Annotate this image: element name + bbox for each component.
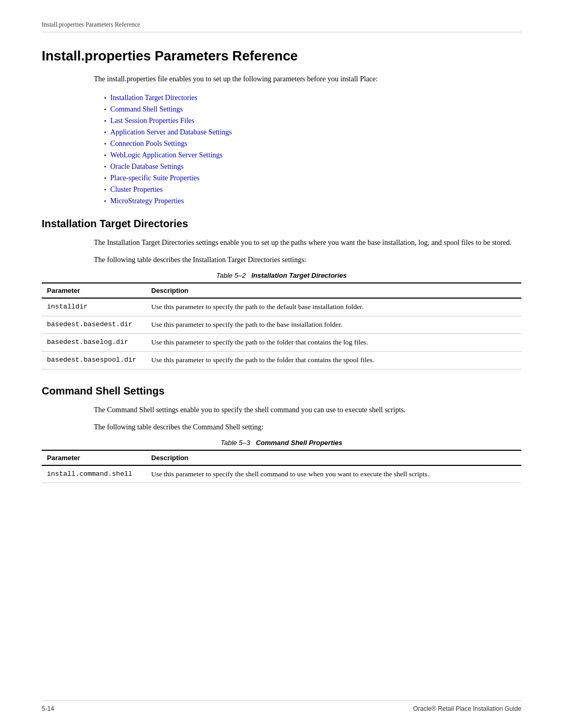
table1-row-1-param: basedest.basedest.dir (42, 316, 146, 334)
bullet-item-3: Application Server and Database Settings (104, 128, 521, 137)
section1-para2: The following table describes the Instal… (94, 254, 521, 265)
table2-row-0-desc: Use this parameter to specify the shell … (146, 465, 521, 483)
bullet-link-4[interactable]: Connection Pools Settings (111, 140, 188, 148)
bullet-item-9: MicroStrategy Properties (104, 197, 521, 205)
bullet-item-8: Cluster Properties (104, 186, 521, 194)
section2-para2: The following table describes the Comman… (94, 422, 521, 433)
bullet-link-2[interactable]: Last Session Properties Files (111, 117, 194, 125)
section1-heading: Installation Target Directories (42, 218, 521, 230)
bullet-item-7: Place-specific Suite Properties (104, 174, 521, 182)
table2-caption-title: Command Shell Properties (256, 439, 342, 447)
bullet-link-0[interactable]: Installation Target Directories (111, 94, 198, 102)
table2-col-description: Description (146, 450, 521, 465)
bullet-link-1[interactable]: Command Shell Settings (111, 105, 183, 114)
table1-header: Parameter Description (42, 283, 521, 298)
bullet-item-5: WebLogic Application Server Settings (104, 151, 521, 159)
intro-paragraph: The install.properties file enables you … (94, 73, 521, 84)
footer-book-title: Oracle® Retail Place Installation Guide (413, 705, 521, 712)
table2-row-0-param: install.command.shell (42, 465, 146, 483)
bullet-link-9[interactable]: MicroStrategy Properties (111, 197, 184, 205)
table1-caption-title: Installation Target Directories (251, 272, 347, 279)
bullet-item-4: Connection Pools Settings (104, 140, 521, 148)
table2: Parameter Description install.command.sh… (42, 450, 521, 484)
bullet-link-7[interactable]: Place-specific Suite Properties (111, 174, 200, 182)
bullet-link-8[interactable]: Cluster Properties (111, 186, 163, 194)
table1-row-2-param: basedest.baselog.dir (42, 334, 146, 351)
bullet-link-6[interactable]: Oracle Database Settings (111, 163, 184, 171)
table1-row-3-param: basedest.basespool.dir (42, 351, 146, 369)
table2-row-0: install.command.shellUse this parameter … (42, 465, 521, 483)
footer-page-number: 5-14 (42, 705, 54, 712)
table1-row-0-desc: Use this parameter to specify the path t… (146, 298, 521, 316)
table2-header: Parameter Description (42, 450, 521, 465)
breadcrumb: Install.properties Parameters Reference (42, 21, 521, 32)
table1-row-2: basedest.baselog.dirUse this parameter t… (42, 334, 521, 351)
table1-wrapper: Table 5–2 Installation Target Directorie… (42, 272, 521, 369)
table2-wrapper: Table 5–3 Command Shell Properties Param… (42, 439, 521, 484)
table1-caption-label: Table 5–2 (216, 272, 246, 279)
bullet-item-0: Installation Target Directories (104, 94, 521, 102)
table1-col-parameter: Parameter (42, 283, 146, 298)
table1-row-0: installdirUse this parameter to specify … (42, 298, 521, 316)
bullet-link-3[interactable]: Application Server and Database Settings (111, 128, 232, 137)
table1-col-description: Description (146, 283, 521, 298)
table1-row-3: basedest.basespool.dirUse this parameter… (42, 351, 521, 369)
table2-caption-label: Table 5–3 (221, 439, 250, 447)
table2-body: install.command.shellUse this parameter … (42, 465, 521, 483)
table1-caption: Table 5–2 Installation Target Directorie… (42, 272, 521, 279)
table1-row-3-desc: Use this parameter to specify the path t… (146, 351, 521, 369)
page-title: Install.properties Parameters Reference (42, 48, 521, 64)
table1-row-2-desc: Use this parameter to specify the path t… (146, 334, 521, 351)
table2-col-parameter: Parameter (42, 450, 146, 465)
section2-heading: Command Shell Settings (42, 385, 521, 397)
table1-row-1-desc: Use this parameter to specify the path t… (146, 316, 521, 334)
bullet-item-1: Command Shell Settings (104, 105, 521, 114)
page-footer: 5-14 Oracle® Retail Place Installation G… (42, 700, 521, 712)
bullet-link-list: Installation Target DirectoriesCommand S… (104, 94, 521, 205)
bullet-link-5[interactable]: WebLogic Application Server Settings (111, 151, 223, 159)
bullet-item-2: Last Session Properties Files (104, 117, 521, 125)
table1-row-1: basedest.basedest.dirUse this parameter … (42, 316, 521, 334)
table1: Parameter Description installdirUse this… (42, 282, 521, 369)
section2-para1: The Command Shell settings enable you to… (94, 404, 521, 415)
table2-caption: Table 5–3 Command Shell Properties (42, 439, 521, 447)
bullet-item-6: Oracle Database Settings (104, 163, 521, 171)
table1-body: installdirUse this parameter to specify … (42, 298, 521, 369)
table1-row-0-param: installdir (42, 298, 146, 316)
section1-para1: The Installation Target Directories sett… (94, 237, 521, 248)
